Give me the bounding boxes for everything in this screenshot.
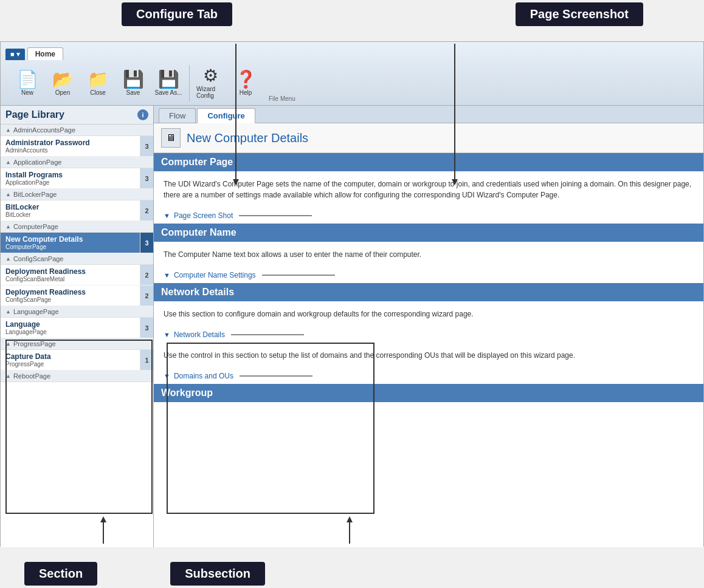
section-header-computerpage: Computer Page [154,153,703,171]
close-label: Close [90,89,106,96]
app-window: ■ ▾ Home 📄 New 📂 Open 📁 Close 💾 Save 💾 [0,41,704,547]
sidebar-title: Page Library [5,109,64,120]
ribbon-separator [189,65,190,101]
office-button[interactable]: ■ ▾ [5,49,25,60]
section-title-workgroup: Workgroup [161,388,213,398]
bottom-annotation-bar: Section Subsection [0,547,704,588]
sidebar-item-bitlocker[interactable]: BitLocker BitLocker 2 [1,200,153,221]
help-button[interactable]: ❓ Help [229,64,263,103]
sidebar-item-num: 3 [140,136,153,156]
group-arrow-icon: ▲ [5,373,11,379]
wizard-icon: ⚙ [203,67,218,84]
ribbon-body: 📄 New 📂 Open 📁 Close 💾 Save 💾 Save As... [5,61,699,105]
file-menu-label: File Menu [269,95,295,102]
save-button[interactable]: 💾 Save [116,64,150,103]
sidebar-item-newcomputerdetails[interactable]: New Computer Details ComputerPage 3 [1,233,153,253]
tab-configure[interactable]: Configure [197,108,255,123]
sidebar-item-title: New Computer Details [5,235,135,244]
group-header-label: BitLockerPage [13,191,57,198]
section-text-networkdetails: Use this section to configure domain and… [164,310,474,318]
sidebar-item-language[interactable]: Language LanguagePage 3 [1,318,153,338]
open-icon: 📂 [52,71,74,88]
section-text-networkdetails2: Use the control in this section to setup… [164,351,575,360]
sidebar-item-title: Language [5,320,135,329]
top-annotation-bar: Configure Tab Page Screenshot [0,0,704,41]
wizard-config-button[interactable]: ⚙ Wizard Config [193,64,227,103]
sidebar-group-progresspage[interactable]: ▲ ProgressPage [1,338,153,350]
sidebar-item-num: 1 [140,350,153,370]
sidebar-item-title: BitLocker [5,203,135,211]
subsection-line [231,334,304,335]
wizard-label: Wizard Config [196,86,224,99]
sidebar-item-content: Deployment Readiness ConfigScanBareMetal [1,265,140,285]
subsection-label-networkdetails: Network Details [174,330,225,339]
save-label: Save [126,89,140,96]
subsection-link-domainsous[interactable]: ▼ Domains and OUs [154,368,703,384]
sidebar-item-sub: ConfigScanPage [5,296,135,303]
subsection-label-domainsous: Domains and OUs [174,372,233,380]
sidebar-item-content: Administrator Password AdminAccounts [1,136,140,156]
subsection-line [262,275,335,276]
sidebar-header: Page Library i [1,106,153,125]
sidebar-item-num: 2 [140,200,153,220]
help-icon: ❓ [235,71,257,88]
sidebar-item-capturedata[interactable]: Capture Data ProgressPage 1 [1,350,153,371]
page-detail-header: 🖥 New Computer Details [154,123,703,153]
sidebar-item-deploymentreadiness1[interactable]: Deployment Readiness ConfigScanBareMetal… [1,265,153,285]
sidebar-group-rebootpage[interactable]: ▲ RebootPage [1,371,153,382]
subsection-arrow-icon: ▼ [164,212,170,219]
sidebar-item-num: 2 [140,265,153,285]
subsection-line [239,215,312,216]
sidebar-item-content: New Computer Details ComputerPage [1,233,140,253]
group-header-label: ProgressPage [13,340,56,347]
sidebar-item-sub: ComputerPage [5,244,135,250]
sidebar-item-installprograms[interactable]: Install Programs ApplicationPage 3 [1,168,153,189]
section-body-computername: The Computer Name text box allows a user… [154,242,703,267]
help-label: Help [240,89,252,96]
group-arrow-icon: ▲ [5,224,11,230]
section-title-computername: Computer Name [161,227,236,238]
group-arrow-icon: ▲ [5,341,11,347]
sidebar: Page Library i ▲ AdminAccountsPage Admin… [1,106,154,547]
sidebar-item-sub: AdminAccounts [5,147,135,154]
group-arrow-icon: ▲ [5,127,11,133]
group-arrow-icon: ▲ [5,256,11,262]
save-icon: 💾 [123,71,144,88]
page-detail-title: New Computer Details [187,131,308,145]
close-button[interactable]: 📁 Close [81,64,115,103]
sidebar-group-adminaccountspage[interactable]: ▲ AdminAccountsPage [1,125,153,136]
subsection-arrow-icon: ▼ [164,272,170,279]
tab-flow[interactable]: Flow [159,108,196,123]
sidebar-group-configscanpage[interactable]: ▲ ConfigScanPage [1,253,153,265]
main-content: Page Library i ▲ AdminAccountsPage Admin… [1,106,703,547]
sidebar-item-deploymentreadiness2[interactable]: Deployment Readiness ConfigScanPage 2 [1,285,153,306]
sidebar-item-sub: ConfigScanBareMetal [5,276,135,282]
section-header-networkdetails: Network Details [154,283,703,301]
group-header-label: RebootPage [13,372,50,380]
sidebar-group-applicationpage[interactable]: ▲ ApplicationPage [1,157,153,168]
info-icon[interactable]: i [137,109,148,120]
ribbon-tab-home[interactable]: Home [27,47,63,60]
subsection-link-computername[interactable]: ▼ Computer Name Settings [154,267,703,283]
save-as-label: Save As... [154,89,182,96]
section-header-workgroup: Workgroup [154,384,703,402]
sidebar-item-sub: LanguagePage [5,329,135,335]
save-as-button[interactable]: 💾 Save As... [151,64,185,103]
page-detail-icon: 🖥 [161,128,181,148]
sidebar-group-computerpage[interactable]: ▲ ComputerPage [1,221,153,233]
section-text-computerpage: The UDI Wizard's Computer Page sets the … [164,180,691,199]
section-body-computerpage: The UDI Wizard's Computer Page sets the … [154,171,703,208]
subsection-link-networkdetails[interactable]: ▼ Network Details [154,327,703,343]
sidebar-item-content: Language LanguagePage [1,318,140,338]
sidebar-item-sub: ProgressPage [5,361,135,368]
new-button[interactable]: 📄 New [10,64,44,103]
sidebar-item-title: Administrator Password [5,138,135,147]
subsection-link-screenshot[interactable]: ▼ Page Screen Shot [154,208,703,224]
sidebar-item-adminpassword[interactable]: Administrator Password AdminAccounts 3 [1,136,153,157]
sidebar-group-languagepage[interactable]: ▲ LanguagePage [1,306,153,318]
open-button[interactable]: 📂 Open [46,64,80,103]
section-header-computername: Computer Name [154,224,703,242]
sidebar-group-bitlockerpage[interactable]: ▲ BitLockerPage [1,189,153,200]
save-as-icon: 💾 [158,71,179,88]
configure-tab-annotation: Configure Tab [122,2,232,26]
